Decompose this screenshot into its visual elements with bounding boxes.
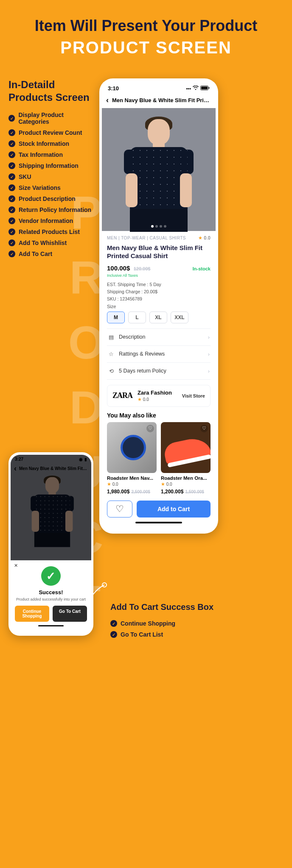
shipping-charge: Shipping Charge : 20.00$	[107, 289, 211, 294]
related-name: Roadster Men Ora...	[161, 476, 211, 481]
svg-rect-1	[201, 86, 208, 89]
svg-rect-2	[209, 87, 210, 89]
vendor-card[interactable]: ZARA Zara Fashion ★ 0.0 Visit Store	[107, 385, 211, 407]
product-price-old: 120.00$	[134, 266, 151, 271]
feature-item: ✓Vendor Information	[8, 217, 93, 224]
cart-box-heading: Add To Cart Success Box	[110, 602, 284, 612]
feature-item: ✓Shipping Information	[8, 162, 93, 169]
feature-label: Go To Cart List	[121, 631, 163, 638]
battery-icon	[200, 86, 210, 91]
product-hero-image[interactable]	[102, 108, 216, 231]
accordion-description[interactable]: ▤Description ›	[107, 329, 211, 346]
related-name: Roadster Men Nav...	[107, 476, 157, 481]
feature-label: Related Products List	[19, 228, 80, 235]
related-rating: ★ 0.0	[107, 481, 157, 487]
accordion-reviews[interactable]: ☆Rattings & Reviews ›	[107, 346, 211, 363]
feature-item: ✓Go To Cart List	[110, 631, 284, 638]
check-icon: ✓	[8, 195, 15, 202]
related-price: 1,200.00$1,500.00$	[161, 489, 211, 495]
feature-label: Size Variations	[19, 184, 61, 191]
feature-item: ✓Continue Shopping	[110, 620, 284, 627]
related-image-shoe: ♡	[161, 422, 211, 473]
rating-value: 0.0	[204, 236, 211, 240]
related-rating-value: 0.0	[112, 482, 118, 487]
features-list: ✓Display Product Categories ✓Product Rev…	[8, 111, 93, 257]
status-icons: •••	[186, 86, 210, 91]
appbar: ‹ Men Navy Blue & White Slim Fit Print..…	[102, 93, 216, 108]
check-icon: ✓	[8, 129, 15, 136]
wishlist-heart-icon[interactable]: ♡	[146, 425, 154, 432]
accordion-label: Rattings & Reviews	[119, 351, 165, 357]
stock-badge: In-stock	[193, 266, 211, 271]
feature-label: Shipping Information	[19, 162, 79, 169]
shipping-time: EST. Shipping Time : 5 Day	[107, 282, 211, 287]
size-option-xl[interactable]: XL	[149, 312, 167, 323]
feature-item: ✓SKU	[8, 173, 93, 180]
feature-label: Display Product Categories	[18, 111, 93, 125]
chevron-right-icon: ›	[208, 368, 210, 374]
check-icon: ✓	[110, 620, 117, 627]
status-time: 3:10	[108, 85, 119, 92]
related-card[interactable]: ♡ Roadster Men Ora... ★ 0.0 1,200.00$1,5…	[161, 422, 211, 495]
related-price-value: 1,200.00$	[161, 489, 183, 495]
size-label: Size	[107, 304, 211, 309]
check-icon: ✓	[8, 206, 15, 213]
accordion-label: 5 Days return Policy	[119, 368, 166, 374]
heart-icon: ♡	[115, 504, 124, 515]
related-rating: ★ 0.0	[161, 481, 211, 487]
accordion-label: Description	[119, 334, 146, 340]
success-sheet: ✕ ✓ Success! Product added successfully …	[11, 560, 91, 632]
feature-label: Tax Information	[19, 151, 63, 158]
star-icon: ★	[161, 481, 165, 487]
features-heading: In-Detaild Products Screen	[8, 78, 93, 104]
check-icon: ✓	[8, 162, 15, 169]
size-option-l[interactable]: L	[128, 312, 146, 323]
wifi-icon	[193, 86, 199, 91]
feature-label: Product Review Count	[19, 129, 82, 136]
star-icon: ★	[107, 481, 111, 487]
feature-label: Add To Cart	[19, 250, 52, 257]
size-option-xxl[interactable]: XXL	[171, 312, 188, 323]
tax-note: Inclusive All Taxes	[107, 273, 211, 278]
go-to-cart-button[interactable]: Go To Cart	[53, 606, 87, 622]
check-icon: ✓	[8, 184, 15, 191]
accordion-return[interactable]: ⟲5 Days return Policy ›	[107, 363, 211, 380]
statusbar: 3:10 •••	[102, 83, 216, 93]
back-icon[interactable]: ‹	[106, 96, 109, 105]
visit-store-link[interactable]: Visit Store	[182, 393, 205, 398]
feature-item: ✓Display Product Categories	[8, 111, 93, 125]
home-indicator	[135, 522, 182, 523]
check-icon: ✓	[8, 173, 15, 180]
star-outline-icon: ☆	[108, 351, 115, 357]
add-to-cart-button[interactable]: Add to Cart	[137, 501, 211, 517]
continue-shopping-button[interactable]: Continue Shopping	[15, 606, 49, 622]
vendor-name: Zara Fashion	[138, 389, 172, 396]
check-icon: ✓	[8, 239, 15, 246]
check-icon: ✓	[8, 151, 15, 158]
breadcrumb[interactable]: MEN | TOP-WEAR | CASUAL SHIRTS	[107, 236, 186, 240]
feature-item: ✓Related Products List	[8, 228, 93, 235]
feature-label: Add To Whishlist	[19, 239, 67, 246]
vendor-logo: ZARA	[112, 391, 132, 400]
check-icon: ✓	[8, 140, 15, 147]
close-icon[interactable]: ✕	[14, 563, 18, 568]
feature-item: ✓Tax Information	[8, 151, 93, 158]
related-price-old: 1,500.00$	[185, 490, 204, 494]
feature-label: Stock Information	[19, 140, 69, 147]
wishlist-button[interactable]: ♡	[107, 501, 132, 517]
success-check-icon: ✓	[41, 566, 61, 586]
star-icon: ★	[198, 235, 203, 241]
wishlist-heart-icon[interactable]: ♡	[200, 425, 208, 432]
cart-box-list: ✓Continue Shopping ✓Go To Cart List	[110, 620, 284, 638]
check-icon: ✓	[8, 115, 15, 122]
hero-line2: PRODUCT SCREEN	[8, 38, 284, 57]
success-subtitle: Product added successfully into your car…	[15, 597, 87, 601]
feature-item: ✓Product Description	[8, 195, 93, 202]
size-option-m[interactable]: M	[107, 312, 125, 323]
phone-product-mock: 3:10 ••• ‹ Men Navy Blue & White Slim Fi…	[99, 78, 218, 534]
related-card[interactable]: ♡ Roadster Men Nav... ★ 0.0 1,980.00$2,5…	[107, 422, 157, 495]
image-pager[interactable]	[151, 225, 166, 228]
phone-success-mock: 3:27 ◉ ▮ ‹ Men Navy Blue & White Slim Fi…	[8, 452, 93, 636]
related-price-value: 1,980.00$	[107, 489, 129, 495]
feature-label: SKU	[19, 173, 31, 180]
